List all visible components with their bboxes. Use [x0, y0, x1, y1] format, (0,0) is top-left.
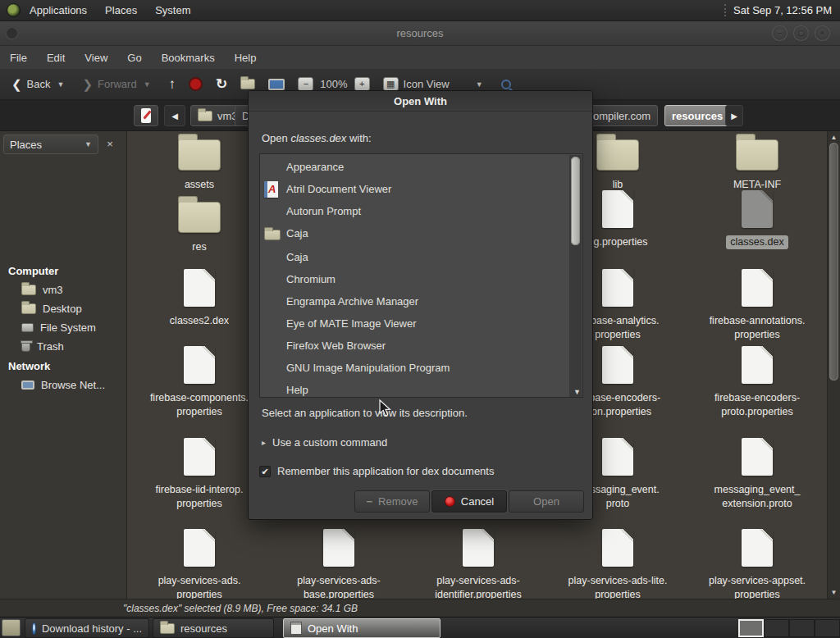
minimize-button[interactable]: –: [772, 25, 788, 41]
app-list-item[interactable]: Caja: [260, 246, 570, 268]
vertical-scrollbar[interactable]: ▲ ▼: [827, 131, 840, 599]
stop-button[interactable]: [182, 72, 209, 97]
system-menu[interactable]: System: [146, 0, 199, 21]
workspace-3[interactable]: [789, 619, 815, 637]
menu-go[interactable]: Go: [117, 46, 151, 69]
scroll-left-icon: ◀: [171, 112, 178, 121]
sidebar-item-filesystem[interactable]: File System: [21, 321, 96, 334]
sidebar-mode-selector[interactable]: Places ▼: [3, 134, 98, 154]
file-item[interactable]: firebase-annotations.properties: [696, 269, 819, 342]
dialog-titlebar[interactable]: Open With: [249, 91, 592, 112]
sidebar-mode-label: Places: [10, 139, 42, 151]
window-titlebar[interactable]: resources – ▢ ×: [0, 21, 840, 46]
sidebar-item-label: Trash: [37, 340, 64, 353]
file-item[interactable]: firebase-iid-interop.properties: [138, 438, 261, 511]
file-item-selected[interactable]: classes.dex: [696, 190, 819, 249]
drive-icon: [21, 323, 34, 332]
breadcrumb-current[interactable]: resources: [664, 105, 730, 126]
file-item[interactable]: META-INF: [696, 133, 819, 192]
edit-location-button[interactable]: [134, 105, 158, 126]
file-item[interactable]: firebase-encoders-proto.properties: [696, 346, 819, 419]
app-list-item[interactable]: Engrampa Archive Manager: [260, 290, 570, 312]
scroll-up-icon[interactable]: ▲: [828, 134, 840, 141]
caja-icon: [264, 230, 281, 240]
distro-logo-icon[interactable]: [7, 3, 21, 17]
crumb-scroll-right-button[interactable]: ▶: [725, 105, 743, 126]
file-item[interactable]: assets: [138, 133, 261, 192]
open-with-dialog: Open With Open classes.dex with: Appeara…: [248, 90, 593, 520]
file-item[interactable]: res: [138, 195, 261, 254]
clock[interactable]: Sat Sep 7, 12:56 PM: [733, 4, 832, 16]
reload-button[interactable]: ↻: [209, 72, 234, 97]
menu-edit[interactable]: Edit: [37, 46, 75, 69]
custom-command-expander[interactable]: ▸ Use a custom command: [262, 436, 387, 449]
list-scrollbar[interactable]: [569, 155, 582, 398]
scroll-right-icon: ▶: [731, 112, 737, 121]
sidebar-close-button[interactable]: ×: [102, 136, 118, 153]
app-list-item[interactable]: Appearance: [260, 156, 570, 178]
sidebar-dropdown-icon: ▼: [84, 140, 92, 148]
sidebar-item-browse-network[interactable]: Browse Net...: [21, 379, 105, 391]
view-mode-label: Icon View: [404, 78, 450, 90]
forward-button[interactable]: ❯ Forward ▼: [75, 72, 157, 97]
checkbox-label: Remember this application for dex docume…: [277, 465, 494, 477]
file-item[interactable]: play-services-ads-lite.properties: [556, 529, 679, 602]
cancel-button[interactable]: Cancel: [431, 490, 507, 513]
taskbar-item-files[interactable]: resources: [153, 618, 274, 638]
app-list-item[interactable]: Caja: [260, 222, 570, 244]
up-button[interactable]: ↑: [162, 72, 183, 97]
menu-help[interactable]: Help: [225, 46, 267, 69]
taskbar-item-browser[interactable]: Download history - ...: [25, 618, 149, 638]
menu-file[interactable]: File: [0, 46, 37, 69]
places-sidebar: Places ▼ × Computer vm3 Desktop File Sys…: [0, 131, 127, 599]
remember-checkbox-row[interactable]: ✔ Remember this application for dex docu…: [259, 465, 494, 477]
document-icon: [742, 269, 773, 307]
sidebar-item-trash[interactable]: Trash: [21, 340, 64, 353]
list-scroll-down-icon[interactable]: ▼: [573, 388, 581, 396]
crumb-scroll-left-button[interactable]: ◀: [164, 105, 185, 126]
app-list-item[interactable]: Chromium: [260, 268, 570, 290]
document-icon: [602, 346, 633, 384]
file-item[interactable]: play-services-appset.properties: [696, 529, 819, 602]
app-list-item[interactable]: Atril Document Viewer: [260, 178, 570, 200]
workspace-2[interactable]: [764, 619, 789, 637]
app-list-item[interactable]: Autorun Prompt: [260, 200, 570, 222]
file-item[interactable]: play-services-ads-identifier.properties: [417, 529, 540, 602]
app-list-item[interactable]: Firefox Web Browser: [260, 335, 570, 357]
file-item[interactable]: play-services-ads.properties: [138, 529, 261, 602]
breadcrumb-compiler[interactable]: ompiler.com: [586, 105, 658, 126]
open-button[interactable]: Open: [509, 490, 584, 513]
taskbar-item-open-with[interactable]: Open With: [283, 618, 441, 638]
file-item[interactable]: play-services-ads-base.properties: [277, 529, 400, 602]
file-item[interactable]: firebase-components.properties: [138, 346, 261, 419]
maximize-button[interactable]: ▢: [793, 25, 809, 41]
places-menu[interactable]: Places: [96, 0, 146, 21]
section-network: Network: [8, 360, 50, 372]
app-list-item[interactable]: Eye of MATE Image Viewer: [260, 312, 570, 335]
app-list-item[interactable]: GNU Image Manipulation Program: [260, 357, 570, 379]
scroll-down-icon[interactable]: ▼: [828, 589, 840, 596]
back-dropdown-icon[interactable]: ▼: [57, 80, 64, 89]
panel-grip[interactable]: [724, 4, 727, 16]
sidebar-item-desktop[interactable]: Desktop: [21, 303, 82, 315]
stop-icon: [189, 77, 203, 91]
remove-button[interactable]: − Remove: [354, 490, 430, 513]
sidebar-item-vm3[interactable]: vm3: [21, 284, 63, 296]
home-crumb-icon: [198, 111, 212, 121]
scrollbar-thumb[interactable]: [829, 143, 838, 381]
application-list[interactable]: Appearance Atril Document Viewer Autorun…: [259, 153, 583, 398]
close-button[interactable]: ×: [815, 25, 830, 41]
checkbox-checked-icon[interactable]: ✔: [259, 466, 271, 477]
back-button[interactable]: ❮ Back ▼: [5, 72, 71, 97]
list-scrollbar-thumb[interactable]: [571, 157, 580, 245]
menu-view[interactable]: View: [75, 46, 117, 69]
menu-bookmarks[interactable]: Bookmarks: [152, 46, 225, 69]
document-icon: [184, 438, 215, 476]
show-desktop-button[interactable]: [2, 619, 21, 636]
app-list-item[interactable]: Help: [260, 379, 570, 398]
workspace-1[interactable]: [738, 619, 764, 637]
applications-menu[interactable]: Applications: [21, 0, 96, 21]
workspace-4[interactable]: [815, 619, 840, 637]
file-item[interactable]: classes2.dex: [138, 269, 261, 328]
file-item[interactable]: messaging_event_extension.proto: [696, 438, 819, 511]
